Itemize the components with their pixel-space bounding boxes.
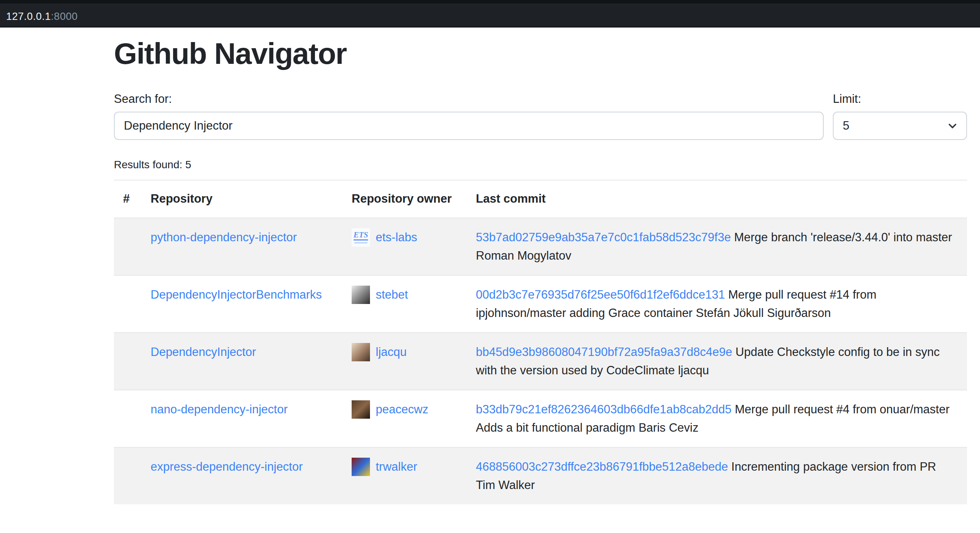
owner-avatar bbox=[352, 400, 370, 419]
commit-hash-link[interactable]: 00d2b3c7e76935d76f25ee50f6d1f2ef6ddce131 bbox=[476, 288, 725, 301]
page: 127.0.0.1:8000 Github Navigator Search f… bbox=[0, 0, 980, 533]
col-header-num: # bbox=[114, 180, 141, 218]
repository-cell: express-dependency-injector bbox=[141, 447, 342, 504]
limit-label: Limit: bbox=[833, 90, 967, 108]
repository-cell: python-dependency-injector bbox=[141, 218, 342, 275]
search-field-group: Search for: bbox=[114, 90, 824, 140]
table-row: express-dependency-injector trwalker 468… bbox=[114, 447, 967, 504]
owner-link[interactable]: stebet bbox=[376, 286, 408, 304]
owner-cell: ljacqu bbox=[342, 333, 467, 390]
row-number-cell bbox=[114, 390, 141, 447]
search-form: Search for: Limit: 5 bbox=[114, 90, 967, 140]
owner-link[interactable]: ljacqu bbox=[376, 343, 407, 361]
repository-link[interactable]: python-dependency-injector bbox=[151, 231, 297, 244]
repository-cell: DependencyInjectorBenchmarks bbox=[141, 275, 342, 333]
last-commit-cell: b33db79c21ef8262364603db66dfe1ab8cab2dd5… bbox=[467, 390, 967, 447]
owner-link[interactable]: ets-labs bbox=[376, 228, 417, 247]
last-commit-cell: 468856003c273dffce23b86791fbbe512a8ebede… bbox=[467, 447, 967, 504]
owner-cell: trwalker bbox=[342, 447, 467, 504]
row-number-cell bbox=[114, 333, 141, 390]
repository-cell: nano-dependency-injector bbox=[141, 390, 342, 447]
commit-hash-link[interactable]: 53b7ad02759e9ab35a7e7c0c1fab58d523c79f3e bbox=[476, 231, 731, 244]
results-count: Results found: 5 bbox=[114, 157, 967, 173]
chevron-down-icon bbox=[947, 120, 958, 131]
commit-hash-link[interactable]: b33db79c21ef8262364603db66dfe1ab8cab2dd5 bbox=[476, 403, 732, 416]
owner-cell: peacecwz bbox=[342, 390, 467, 447]
owner-avatar bbox=[352, 458, 370, 476]
owner-avatar bbox=[352, 286, 370, 304]
repository-link[interactable]: nano-dependency-injector bbox=[151, 403, 287, 416]
row-number-cell bbox=[114, 218, 141, 275]
repository-link[interactable]: DependencyInjector bbox=[151, 345, 256, 359]
owner-cell: stebet bbox=[342, 275, 467, 333]
last-commit-cell: 53b7ad02759e9ab35a7e7c0c1fab58d523c79f3e… bbox=[467, 218, 967, 275]
search-input[interactable] bbox=[114, 112, 824, 140]
commit-hash-link[interactable]: 468856003c273dffce23b86791fbbe512a8ebede bbox=[476, 460, 728, 473]
repository-link[interactable]: DependencyInjectorBenchmarks bbox=[151, 288, 322, 301]
table-row: nano-dependency-injector peacecwz b33db7… bbox=[114, 390, 967, 447]
url-text[interactable]: 127.0.0.1:8000 bbox=[6, 11, 78, 22]
limit-field-group: Limit: 5 bbox=[833, 90, 967, 140]
owner-avatar: ETS bbox=[352, 228, 370, 247]
last-commit-cell: 00d2b3c7e76935d76f25ee50f6d1f2ef6ddce131… bbox=[467, 275, 967, 333]
repositories-table: # Repository Repository owner Last commi… bbox=[114, 180, 967, 504]
table-row: DependencyInjectorBenchmarks stebet 00d2… bbox=[114, 275, 967, 333]
col-header-last-commit: Last commit bbox=[467, 180, 967, 218]
owner-link[interactable]: peacecwz bbox=[376, 400, 428, 419]
table-row: DependencyInjector ljacqu bb45d9e3b98608… bbox=[114, 333, 967, 390]
table-row: python-dependency-injector ETS ets-labs … bbox=[114, 218, 967, 275]
row-number-cell bbox=[114, 447, 141, 504]
page-title: Github Navigator bbox=[114, 37, 967, 71]
owner-cell: ETS ets-labs bbox=[342, 218, 467, 275]
owner-link[interactable]: trwalker bbox=[376, 458, 417, 476]
commit-hash-link[interactable]: bb45d9e3b98608047190bf72a95fa9a37d8c4e9e bbox=[476, 345, 732, 359]
url-host: 127.0.0.1 bbox=[6, 11, 51, 22]
last-commit-cell: bb45d9e3b98608047190bf72a95fa9a37d8c4e9e… bbox=[467, 333, 967, 390]
repository-link[interactable]: express-dependency-injector bbox=[151, 460, 303, 473]
row-number-cell bbox=[114, 275, 141, 333]
browser-address-bar[interactable]: 127.0.0.1:8000 bbox=[0, 0, 980, 28]
table-header-row: # Repository Repository owner Last commi… bbox=[114, 180, 967, 218]
url-port: :8000 bbox=[51, 11, 78, 22]
owner-avatar bbox=[352, 343, 370, 361]
limit-selected-value: 5 bbox=[843, 119, 849, 133]
col-header-repository: Repository bbox=[141, 180, 342, 218]
limit-select[interactable]: 5 bbox=[833, 112, 967, 140]
search-label: Search for: bbox=[114, 90, 824, 108]
repository-cell: DependencyInjector bbox=[141, 333, 342, 390]
col-header-owner: Repository owner bbox=[342, 180, 467, 218]
main-content: Github Navigator Search for: Limit: 5 Re… bbox=[0, 37, 980, 504]
